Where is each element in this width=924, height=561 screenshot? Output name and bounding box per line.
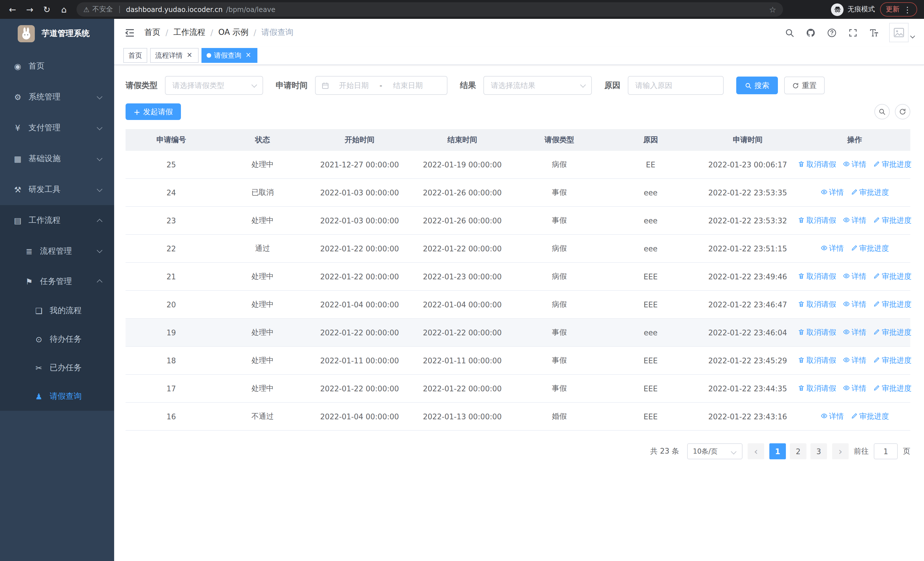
close-tab-icon[interactable]: × (244, 51, 252, 59)
result-select[interactable] (483, 76, 592, 95)
breadcrumb-item[interactable]: OA 示例 (218, 27, 249, 38)
user-menu[interactable] (889, 23, 914, 42)
sidebar-item-infrastructure[interactable]: ▦基础设施 (0, 143, 114, 174)
tab-process-detail[interactable]: 流程详情× (150, 48, 199, 63)
approval-progress-link[interactable]: 审批进度 (873, 215, 912, 226)
cell-actions: 取消请假详情审批进度 (799, 151, 910, 178)
bookmark-star-icon[interactable]: ☆ (769, 5, 776, 14)
cancel-leave-link[interactable]: 取消请假 (798, 271, 836, 282)
sidebar-item-done-tasks[interactable]: ✂已办任务 (0, 353, 114, 382)
forward-icon[interactable]: → (22, 2, 38, 17)
cancel-leave-link[interactable]: 取消请假 (798, 299, 836, 310)
url-bar[interactable]: ⚠ 不安全 dashboard.yudao.iocoder.cn /bpm/oa… (76, 2, 783, 17)
approval-progress-link[interactable]: 审批进度 (873, 355, 912, 365)
action-label: 详情 (829, 187, 844, 198)
next-page-button[interactable]: › (832, 443, 849, 459)
eye-icon (820, 412, 827, 421)
search-icon (745, 82, 752, 89)
home-icon[interactable]: ⌂ (56, 2, 72, 17)
reload-icon[interactable]: ↻ (39, 2, 55, 17)
leave-type-select[interactable] (165, 76, 263, 95)
detail-link[interactable]: 详情 (843, 384, 866, 394)
refresh-table-button[interactable] (895, 104, 910, 119)
sidebar-item-payment-management[interactable]: ¥支付管理 (0, 113, 114, 143)
tab-leave-query[interactable]: 请假查询× (201, 48, 257, 63)
back-icon[interactable]: ← (4, 2, 21, 17)
table-toolbar: + 发起请假 (126, 104, 910, 120)
detail-link[interactable]: 详情 (843, 159, 866, 170)
approval-progress-link[interactable]: 审批进度 (873, 271, 912, 282)
reason-input[interactable] (628, 76, 724, 95)
date-range-picker[interactable]: - (315, 76, 447, 95)
cancel-leave-link[interactable]: 取消请假 (798, 215, 836, 226)
page-size-select[interactable] (687, 443, 742, 459)
detail-link[interactable]: 详情 (820, 244, 844, 254)
page-button-2[interactable]: 2 (790, 443, 806, 459)
cancel-leave-link[interactable]: 取消请假 (798, 159, 836, 170)
cancel-leave-link[interactable]: 取消请假 (798, 384, 836, 394)
detail-link[interactable]: 详情 (843, 299, 866, 310)
toggle-search-button[interactable] (874, 104, 890, 119)
search-button[interactable]: 搜索 (736, 77, 778, 94)
cell-actions: 详情审批进度 (799, 235, 910, 262)
sidebar-item-process-management[interactable]: ≣流程管理 (0, 236, 114, 266)
table-row: 25处理中2021-12-27 00:00:002022-01-19 00:00… (126, 151, 910, 179)
detail-link[interactable]: 详情 (843, 215, 866, 226)
approval-progress-link[interactable]: 审批进度 (850, 411, 889, 422)
cell-id: 17 (126, 375, 217, 402)
approval-progress-link[interactable]: 审批进度 (873, 159, 912, 170)
sidebar-logo[interactable]: 芋道管理系统 (0, 19, 114, 48)
prev-page-button[interactable]: ‹ (748, 443, 764, 459)
detail-link[interactable]: 详情 (843, 327, 866, 338)
sidebar-item-workflow[interactable]: ▤工作流程 (0, 205, 114, 236)
reset-button[interactable]: 重置 (784, 77, 825, 94)
update-button[interactable]: 更新 ⋮ (880, 2, 917, 17)
close-tab-icon[interactable]: × (186, 51, 194, 59)
create-leave-button[interactable]: + 发起请假 (126, 104, 181, 120)
search-icon[interactable] (784, 27, 795, 38)
github-icon[interactable] (805, 27, 816, 38)
sidebar-item-dev-tools[interactable]: ⚒研发工具 (0, 174, 114, 205)
breadcrumb-item: 请假查询 (261, 27, 293, 38)
detail-link[interactable]: 详情 (843, 355, 866, 365)
cell-type: 病假 (514, 235, 605, 262)
detail-link[interactable]: 详情 (843, 271, 866, 282)
help-icon[interactable] (826, 27, 837, 38)
page-button-1[interactable]: 1 (770, 443, 786, 459)
detail-link[interactable]: 详情 (820, 187, 844, 198)
sidebar-fold-icon[interactable] (124, 27, 136, 39)
end-date-input[interactable] (383, 81, 432, 90)
sidebar-item-leave-query[interactable]: ♟请假查询 (0, 382, 114, 411)
approval-progress-link[interactable]: 审批进度 (873, 299, 912, 310)
browser-menu-icon[interactable]: ⋮ (903, 5, 912, 14)
breadcrumb-item[interactable]: 工作流程 (173, 27, 205, 38)
approval-progress-link[interactable]: 审批进度 (873, 384, 912, 394)
sidebar-item-home[interactable]: ◉首页 (0, 51, 114, 82)
action-label: 审批进度 (882, 271, 912, 282)
action-label: 详情 (829, 411, 844, 422)
detail-link[interactable]: 详情 (820, 411, 844, 422)
approval-progress-link[interactable]: 审批进度 (850, 187, 889, 198)
approval-progress-link[interactable]: 审批进度 (850, 244, 889, 254)
action-label: 取消请假 (806, 215, 836, 226)
infrastructure-icon: ▦ (11, 154, 24, 163)
sidebar-item-my-process[interactable]: ❑我的流程 (0, 296, 114, 325)
sidebar-item-label: 首页 (28, 61, 45, 71)
font-size-icon[interactable] (868, 27, 879, 38)
goto-page-input[interactable] (874, 443, 898, 459)
sidebar-item-system-management[interactable]: ⚙系统管理 (0, 82, 114, 113)
approval-progress-link[interactable]: 审批进度 (873, 327, 912, 338)
sidebar-item-task-management[interactable]: ⚑任务管理 (0, 266, 114, 296)
sidebar-item-todo-tasks[interactable]: ⊙待办任务 (0, 325, 114, 353)
cell-actions: 取消请假详情审批进度 (799, 263, 910, 290)
fullscreen-icon[interactable] (847, 27, 858, 38)
security-warning[interactable]: ⚠ 不安全 (83, 5, 113, 14)
tab-home[interactable]: 首页 (123, 48, 147, 63)
cell-type: 事假 (514, 347, 605, 374)
reset-label: 重置 (802, 80, 817, 90)
cancel-leave-link[interactable]: 取消请假 (798, 355, 836, 365)
start-date-input[interactable] (329, 81, 378, 90)
breadcrumb-item[interactable]: 首页 (144, 27, 160, 38)
page-button-3[interactable]: 3 (810, 443, 827, 459)
cancel-leave-link[interactable]: 取消请假 (798, 327, 836, 338)
